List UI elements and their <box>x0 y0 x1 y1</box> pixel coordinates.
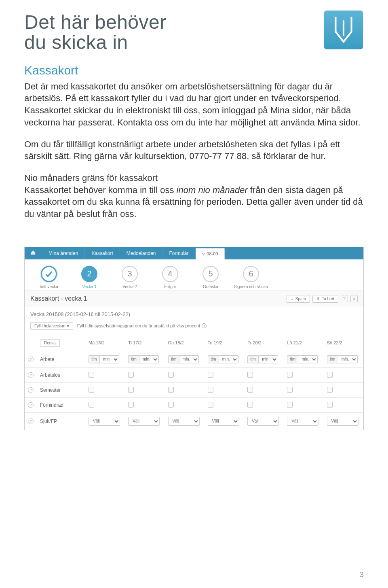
save-icon: ⤓ <box>291 297 294 301</box>
checkbox[interactable] <box>287 372 293 378</box>
checkbox[interactable] <box>168 402 174 408</box>
day-header: Fr 20/2 <box>244 335 284 351</box>
wizard-steps: Valt vecka 2 Vecka 1 3 Vecka 2 4 Frågor … <box>25 259 363 291</box>
table-row: ?Sjuk/FPVäljVäljVäljVäljVäljVäljVälj <box>25 412 363 430</box>
hours-input[interactable] <box>208 355 219 363</box>
section-heading: Kassakort <box>24 64 364 77</box>
day-header: Sö 22/2 <box>324 335 363 351</box>
delete-button[interactable]: 🗑Ta bort <box>312 295 338 303</box>
step-6[interactable]: 6 Signera och skicka <box>231 266 271 289</box>
checkbox[interactable] <box>327 387 333 393</box>
minutes-select[interactable]: min. <box>219 355 238 363</box>
page-title: Det här behöverdu skicka in <box>24 12 167 53</box>
checkbox[interactable] <box>208 372 213 378</box>
save-button[interactable]: ⤓Spara <box>287 295 310 303</box>
checkbox[interactable] <box>89 372 94 378</box>
row-label: Arbetslös <box>37 367 85 382</box>
nav-kassakort[interactable]: Kassakort <box>85 247 120 259</box>
checkbox[interactable] <box>247 372 253 378</box>
paragraph-3: Nio månaders gräns för kassakort Kassako… <box>24 172 364 220</box>
checkbox[interactable] <box>89 402 94 408</box>
status-select[interactable]: Välj <box>287 417 318 426</box>
page-number: 3 <box>360 571 364 579</box>
tab-week-08-09[interactable]: v. 08-09 <box>196 248 225 259</box>
table-row: ?Semester <box>25 382 363 397</box>
status-select[interactable]: Välj <box>327 417 358 426</box>
fill-week-button[interactable]: Fyll i hela veckan ▾ <box>30 322 73 330</box>
status-select[interactable]: Välj <box>128 417 160 426</box>
step-5[interactable]: 5 Granska <box>190 266 231 289</box>
app-screenshot: Mina ärenden Kassakort Meddelanden Formu… <box>24 247 364 430</box>
row-label: Sjuk/FP <box>37 412 85 430</box>
minutes-select[interactable]: min. <box>100 355 119 363</box>
checkbox[interactable] <box>208 402 213 408</box>
clear-button[interactable]: Rensa <box>40 339 60 347</box>
timesheet-grid: Rensa Må 16/2 Ti 17/2 On 18/2 To 19/2 Fr… <box>25 335 363 430</box>
help-icon[interactable]: ? <box>28 402 34 408</box>
hours-input[interactable] <box>247 355 259 363</box>
checkbox[interactable] <box>128 387 134 393</box>
pencil-write-icon <box>323 10 364 50</box>
table-row: ?Arbetslös <box>25 367 363 382</box>
hint-text: Fyll i din sysselsättningsgrad om du är … <box>77 323 207 328</box>
table-row: ?Arbetemin.min.min.min.min.min.min. <box>25 351 363 367</box>
help-button[interactable]: ? <box>341 295 348 302</box>
trash-icon: 🗑 <box>316 297 320 301</box>
info-icon[interactable]: i <box>202 323 207 328</box>
check-icon <box>44 270 53 278</box>
status-select[interactable]: Välj <box>208 417 239 426</box>
close-button[interactable]: × <box>350 295 358 302</box>
nav-home[interactable] <box>25 247 42 259</box>
help-icon[interactable]: ? <box>28 418 34 424</box>
hours-input[interactable] <box>287 355 298 363</box>
hours-input[interactable] <box>89 355 100 363</box>
hours-input[interactable] <box>128 355 139 363</box>
day-header: To 19/2 <box>205 335 244 351</box>
day-header: Lö 21/2 <box>284 335 323 351</box>
checkbox[interactable] <box>89 387 94 393</box>
checkbox[interactable] <box>168 372 174 378</box>
row-label: Semester <box>37 382 85 397</box>
checkbox[interactable] <box>247 387 253 393</box>
table-row: ?Förhindrad <box>25 397 363 412</box>
status-select[interactable]: Välj <box>247 417 279 426</box>
checkbox[interactable] <box>327 372 333 378</box>
step-3[interactable]: 3 Vecka 2 <box>110 266 150 289</box>
step-4[interactable]: 4 Frågor <box>150 266 190 289</box>
checkbox[interactable] <box>128 372 134 378</box>
help-icon[interactable]: ? <box>28 357 34 362</box>
help-icon[interactable]: ? <box>28 387 34 393</box>
hours-input[interactable] <box>168 355 179 363</box>
paragraph-2: Om du får tillfälligt konstnärligt arbet… <box>24 138 364 162</box>
nav-meddelanden[interactable]: Meddelanden <box>120 247 163 259</box>
step-1[interactable]: Valt vecka <box>29 266 69 289</box>
row-label: Arbete <box>37 351 85 367</box>
checkbox[interactable] <box>128 402 134 408</box>
week-range-label: Vecka 201508 (2015-02-16 till 2015-02-22… <box>25 307 363 320</box>
minutes-select[interactable]: min. <box>139 355 159 363</box>
day-header: Ti 17/2 <box>125 335 164 351</box>
row-label: Förhindrad <box>37 397 85 412</box>
checkbox[interactable] <box>208 387 213 393</box>
step-2[interactable]: 2 Vecka 1 <box>69 266 110 289</box>
nav-mina-arenden[interactable]: Mina ärenden <box>42 247 85 259</box>
help-icon[interactable]: ? <box>28 372 34 378</box>
checkbox[interactable] <box>168 387 174 393</box>
home-icon <box>30 250 36 257</box>
minutes-select[interactable]: min. <box>179 355 199 363</box>
minutes-select[interactable]: min. <box>298 355 318 363</box>
minutes-select[interactable]: min. <box>259 355 278 363</box>
checkbox[interactable] <box>287 402 293 408</box>
checkbox[interactable] <box>287 387 293 393</box>
paragraph-1: Det är med kassakortet du ansöker om arb… <box>24 81 364 129</box>
status-select[interactable]: Välj <box>89 417 120 426</box>
nav-formular[interactable]: Formulär <box>162 247 195 259</box>
checkbox[interactable] <box>247 402 253 408</box>
top-nav: Mina ärenden Kassakort Meddelanden Formu… <box>25 247 363 259</box>
checkbox[interactable] <box>327 402 333 408</box>
hours-input[interactable] <box>327 355 338 363</box>
minutes-select[interactable]: min. <box>338 355 358 363</box>
day-header: Må 16/2 <box>85 335 125 351</box>
status-select[interactable]: Välj <box>168 417 200 426</box>
chevron-down-icon: ▾ <box>67 324 69 328</box>
